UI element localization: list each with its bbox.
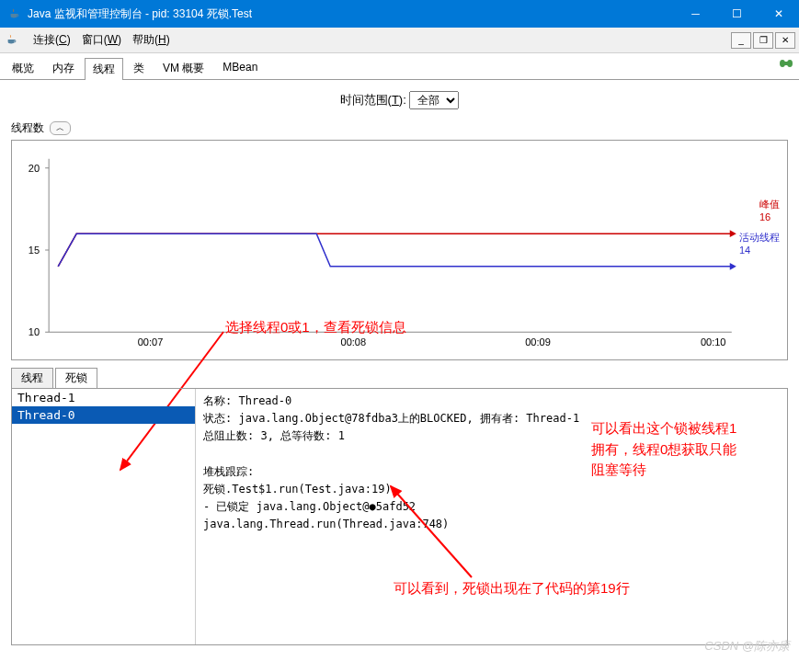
svg-text:00:08: 00:08 [341,336,367,347]
time-range-row: 时间范围(T): 全部 [6,85,793,119]
detail-waited-label: 总等待数: [280,429,331,442]
tab-mbeans[interactable]: MBean [214,57,266,79]
tab-overview[interactable]: 概览 [4,57,42,79]
detail-waited-value: 1 [338,429,345,442]
inner-close-button[interactable]: ✕ [775,32,795,49]
annotation-deadlock-line: 可以看到，死锁出现在了代码的第19行 [394,577,630,599]
menu-connect[interactable]: 连接(C) [28,29,76,51]
detail-name-label: 名称: [203,394,232,407]
main-tabbar: 概览 内存 线程 类 VM 概要 MBean [0,53,799,80]
stack-line-2: - 已锁定 java.lang.Object@●5afd52 [203,498,780,516]
inner-minimize-button[interactable]: _ [731,32,751,49]
chart-title: 线程数 [11,120,44,136]
menu-window[interactable]: 窗口(W) [76,29,127,51]
window-titlebar: Java 监视和管理控制台 - pid: 33104 死锁.Test ─ ☐ ✕ [0,0,799,28]
thread-item-0[interactable]: Thread-0 [12,406,195,424]
svg-text:10: 10 [29,326,40,337]
window-title: Java 监视和管理控制台 - pid: 33104 死锁.Test [28,6,675,22]
detail-state-value: java.lang.Object@78fdba3上的BLOCKED, 拥有者: … [238,412,579,425]
stack-line-3: java.lang.Thread.run(Thread.java:748) [203,516,780,533]
legend-active: 活动线程 14 [739,231,780,256]
annotation-lock-owner: 可以看出这个锁被线程1 拥有，线程0想获取只能 阻塞等待 [591,418,736,481]
menu-help[interactable]: 帮助(H) [127,29,176,51]
connection-status-icon [779,57,793,70]
time-range-select[interactable]: 全部 [409,91,459,109]
close-button[interactable]: ✕ [758,0,799,28]
arrow-2 [380,481,490,582]
maximize-button[interactable]: ☐ [716,0,758,28]
java-icon-menu [6,33,20,48]
tab-classes[interactable]: 类 [125,57,153,79]
svg-text:20: 20 [29,163,40,174]
tab-vm[interactable]: VM 概要 [154,57,212,79]
svg-text:00:09: 00:09 [525,336,551,347]
svg-rect-2 [782,62,790,65]
thread-list: Thread-1 Thread-0 [12,389,196,644]
detail-panel: Thread-1 Thread-0 名称: Thread-0 状态: java.… [11,388,788,645]
stack-line-1: 死锁.Test$1.run(Test.java:19) [203,481,780,498]
menubar: 连接(C) 窗口(W) 帮助(H) _ ❐ ✕ [0,28,799,53]
svg-marker-15 [730,230,736,237]
legend-peak: 峰值 16 [759,198,780,222]
svg-text:15: 15 [29,245,40,256]
svg-marker-16 [730,263,736,270]
thread-detail: 名称: Thread-0 状态: java.lang.Object@78fdba… [196,389,787,644]
detail-state-label: 状态: [203,412,232,425]
detail-blocked-value: 3, [260,429,273,442]
thread-item-1[interactable]: Thread-1 [12,389,195,406]
svg-line-20 [391,486,472,577]
watermark: CSDN @陈亦康 [704,638,790,655]
content-area: 时间范围(T): 全部 线程数 ︿ 20 15 10 00:07 00:08 0… [0,80,799,658]
detail-blocked-label: 总阻止数: [203,429,254,442]
chart-header: 线程数 ︿ [6,119,793,138]
chart-collapse-button[interactable]: ︿ [50,121,71,135]
java-icon [7,6,22,21]
inner-restore-button[interactable]: ❐ [753,32,773,49]
subtab-threads[interactable]: 线程 [11,368,53,388]
minimize-button[interactable]: ─ [675,0,716,28]
tab-memory[interactable]: 内存 [44,57,83,79]
time-range-label: 时间范围(T): [340,93,406,107]
detail-name-value: Thread-0 [238,394,291,407]
subtab-deadlock[interactable]: 死锁 [55,368,97,388]
annotation-select-thread: 选择线程0或1，查看死锁信息 [225,319,406,336]
svg-text:00:10: 00:10 [701,336,726,347]
tab-threads[interactable]: 线程 [85,58,123,80]
